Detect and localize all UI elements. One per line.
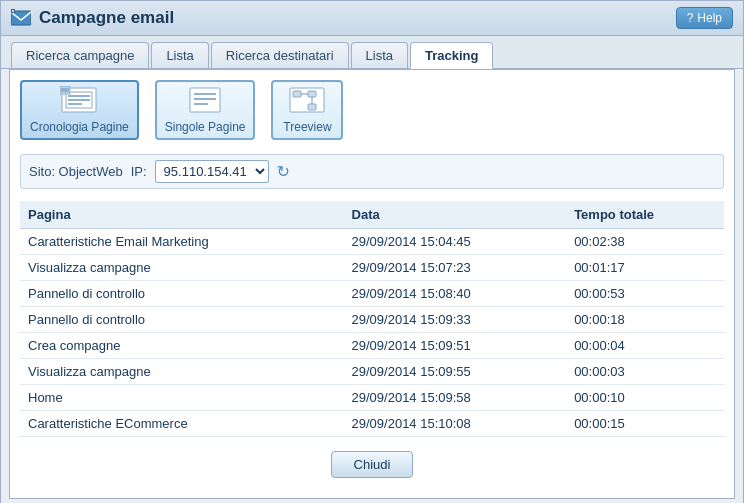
table-row: Home 29/09/2014 15:09:58 00:00:10 (20, 385, 724, 411)
tracking-table: Pagina Data Tempo totale Caratteristiche… (20, 201, 724, 437)
cell-tempo: 00:00:10 (566, 385, 724, 411)
page-title: Campagne email (39, 8, 174, 28)
col-tempo: Tempo totale (566, 201, 724, 229)
cronologia-pagine-button[interactable]: Cronologia Pagine (20, 80, 139, 140)
help-icon: ? (687, 11, 694, 25)
cell-data: 29/09/2014 15:10:08 (344, 411, 567, 437)
table-row: Caratteristiche ECommerce 29/09/2014 15:… (20, 411, 724, 437)
singole-pagine-button[interactable]: Singole Pagine (155, 80, 256, 140)
cell-tempo: 00:02:38 (566, 229, 724, 255)
col-pagina: Pagina (20, 201, 344, 229)
svg-rect-13 (190, 88, 220, 112)
cell-pagina: Pannello di controllo (20, 307, 344, 333)
title-left: Campagne email (11, 8, 174, 28)
cell-data: 29/09/2014 15:04:45 (344, 229, 567, 255)
cell-pagina: Visualizza campagne (20, 359, 344, 385)
svg-rect-19 (308, 91, 316, 97)
svg-rect-2 (11, 9, 15, 13)
tab-tracking[interactable]: Tracking (410, 42, 493, 69)
table-body: Caratteristiche Email Marketing 29/09/20… (20, 229, 724, 437)
svg-rect-0 (11, 11, 31, 25)
svg-rect-10 (60, 86, 70, 94)
cell-data: 29/09/2014 15:07:23 (344, 255, 567, 281)
treeview-icon (288, 86, 326, 116)
col-data: Data (344, 201, 567, 229)
cell-data: 29/09/2014 15:08:40 (344, 281, 567, 307)
table-row: Visualizza campagne 29/09/2014 15:09:55 … (20, 359, 724, 385)
tab-lista-1[interactable]: Lista (151, 42, 208, 68)
table-row: Crea compagne 29/09/2014 15:09:51 00:00:… (20, 333, 724, 359)
table-header: Pagina Data Tempo totale (20, 201, 724, 229)
svg-rect-20 (308, 104, 316, 110)
cronologia-label: Cronologia Pagine (30, 120, 129, 134)
email-icon (11, 9, 31, 27)
cell-tempo: 00:00:04 (566, 333, 724, 359)
cell-pagina: Pannello di controllo (20, 281, 344, 307)
cell-tempo: 00:01:17 (566, 255, 724, 281)
main-content: Cronologia Pagine Singole Pagine (9, 69, 735, 499)
cell-pagina: Caratteristiche ECommerce (20, 411, 344, 437)
main-window: Campagne email ? Help Ricerca campagne L… (0, 0, 744, 503)
close-button[interactable]: Chiudi (331, 451, 414, 478)
cell-pagina: Caratteristiche Email Marketing (20, 229, 344, 255)
cell-tempo: 00:00:53 (566, 281, 724, 307)
cell-pagina: Crea compagne (20, 333, 344, 359)
cell-data: 29/09/2014 15:09:33 (344, 307, 567, 333)
tab-lista-2[interactable]: Lista (351, 42, 408, 68)
table-row: Visualizza campagne 29/09/2014 15:07:23 … (20, 255, 724, 281)
tab-ricerca-campagne[interactable]: Ricerca campagne (11, 42, 149, 68)
cell-tempo: 00:00:03 (566, 359, 724, 385)
cell-data: 29/09/2014 15:09:51 (344, 333, 567, 359)
cell-pagina: Home (20, 385, 344, 411)
filter-bar: Sito: ObjectWeb IP: 95.110.154.41 ↺ (20, 154, 724, 189)
singole-icon (186, 86, 224, 116)
cell-tempo: 00:00:18 (566, 307, 724, 333)
cell-data: 29/09/2014 15:09:55 (344, 359, 567, 385)
sito-label: Sito: ObjectWeb (29, 164, 123, 179)
table-row: Caratteristiche Email Marketing 29/09/20… (20, 229, 724, 255)
table-row: Pannello di controllo 29/09/2014 15:09:3… (20, 307, 724, 333)
ip-label: IP: (131, 164, 147, 179)
tabs-bar: Ricerca campagne Lista Ricerca destinata… (1, 36, 743, 69)
ip-select[interactable]: 95.110.154.41 (155, 160, 269, 183)
cell-tempo: 00:00:15 (566, 411, 724, 437)
singole-label: Singole Pagine (165, 120, 246, 134)
title-bar: Campagne email ? Help (1, 1, 743, 36)
treeview-button[interactable]: Treeview (271, 80, 343, 140)
footer: Chiudi (20, 437, 724, 488)
refresh-button[interactable]: ↺ (277, 162, 290, 181)
help-button[interactable]: ? Help (676, 7, 733, 29)
cronologia-icon (60, 86, 98, 116)
svg-rect-18 (293, 91, 301, 97)
cell-pagina: Visualizza campagne (20, 255, 344, 281)
treeview-label: Treeview (283, 120, 331, 134)
cell-data: 29/09/2014 15:09:58 (344, 385, 567, 411)
tab-ricerca-destinatari[interactable]: Ricerca destinatari (211, 42, 349, 68)
table-row: Pannello di controllo 29/09/2014 15:08:4… (20, 281, 724, 307)
toolbar: Cronologia Pagine Singole Pagine (20, 80, 724, 140)
